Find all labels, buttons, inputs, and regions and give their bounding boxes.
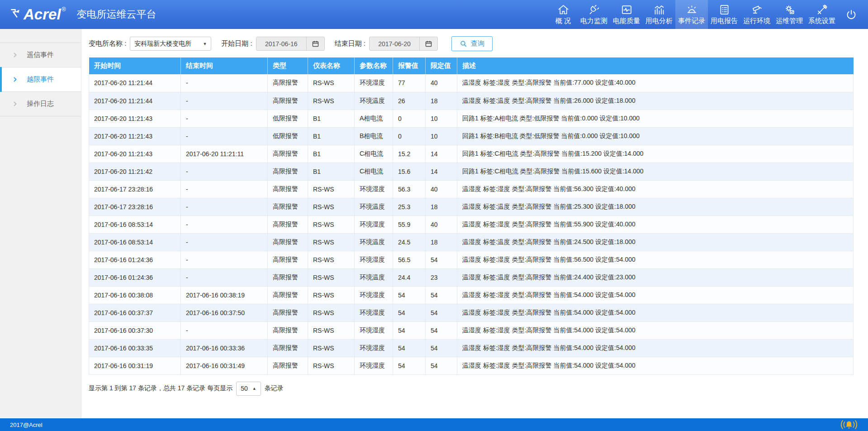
table-cell: 14 [426, 163, 457, 180]
table-cell: 环境湿度 [355, 357, 393, 374]
nav-item-label: 事件记录 [678, 17, 705, 25]
events-table-header: 开始时间结束时间类型仪表名称参数名称报警值限定值描述 [89, 57, 854, 74]
chevron-down-icon: ▼ [203, 42, 207, 46]
query-button[interactable]: 查询 [451, 36, 493, 51]
events-table-wrap: 开始时间结束时间类型仪表名称参数名称报警值限定值描述 2017-06-20 11… [89, 57, 861, 375]
table-cell: 2017-06-16 08:53:14 [89, 216, 181, 233]
column-header: 描述 [457, 57, 854, 74]
table-cell: 环境温度 [355, 233, 393, 251]
sidebar-item-label: 遥信事件 [27, 51, 54, 59]
table-cell: C相电流 [355, 145, 393, 163]
start-date-input[interactable]: 2017-06-16 [256, 37, 306, 50]
table-cell: RS-WS [308, 304, 355, 321]
table-row: 2017-06-16 08:53:14-高限报警RS-WS环境温度24.518温… [89, 233, 854, 251]
table-cell: 2017-06-20 11:21:43 [89, 110, 181, 127]
events-table-body: 2017-06-20 11:21:44-高限报警RS-WS环境湿度7740温湿度… [89, 74, 854, 374]
table-cell: 40 [426, 74, 457, 92]
table-cell: RS-WS [308, 357, 355, 374]
table-cell: 2017-06-17 23:28:16 [89, 180, 181, 198]
nav-item-power-quality[interactable]: 电能质量 [610, 0, 643, 29]
table-row: 2017-06-16 08:53:14-高限报警RS-WS环境湿度55.940温… [89, 216, 854, 233]
table-cell: A相电流 [355, 110, 393, 127]
table-row: 2017-06-17 23:28:16-高限报警RS-WS环境温度25.318温… [89, 198, 854, 216]
column-header: 限定值 [426, 57, 457, 74]
table-cell: 环境湿度 [355, 251, 393, 268]
end-date-label: 结束日期 : [335, 39, 365, 48]
table-cell: RS-WS [308, 321, 355, 339]
end-date-group: 2017-06-20 [369, 37, 438, 51]
table-cell: B相电流 [355, 127, 393, 145]
table-cell: 低限报警 [268, 127, 308, 145]
table-cell: 温湿度 标签:湿度 类型:高限报警 当前值:54.000 设定值:54.000 [457, 286, 854, 304]
table-cell: 2017-06-16 00:31:49 [181, 357, 268, 374]
nav-item-maintenance[interactable]: 运维管理 [773, 0, 806, 29]
end-date-input[interactable]: 2017-06-20 [370, 37, 419, 50]
table-cell: 环境湿度 [355, 180, 393, 198]
page-size-value: 50 [241, 385, 248, 392]
table-cell: - [181, 233, 268, 251]
nav-item-event-records[interactable]: 事件记录 [675, 0, 708, 29]
nav-item-usage-report[interactable]: 用电报告 [708, 0, 740, 29]
nav-item-usage-analysis[interactable]: 用电分析 [643, 0, 675, 29]
table-cell: 54 [393, 357, 426, 374]
sidebar: 遥信事件越限事件操作日志 [0, 29, 81, 418]
start-date-calendar-button[interactable] [306, 37, 324, 50]
nav-item-environment[interactable]: 运行环境 [740, 0, 773, 29]
nav-item-power-monitor[interactable]: 电力监测 [578, 0, 610, 29]
nav-item-system-settings[interactable]: 系统设置 [806, 0, 838, 29]
gear-icon [783, 4, 796, 16]
brand: Acrel ® [8, 5, 66, 24]
sidebar-item-operation-logs[interactable]: 操作日志 [0, 92, 81, 116]
table-cell: 18 [426, 198, 457, 216]
table-cell: 环境温度 [355, 268, 393, 286]
table-cell: 54 [393, 339, 426, 357]
nav-item-overview[interactable]: 概 况 [549, 0, 578, 29]
table-cell: 54 [393, 286, 426, 304]
plug-icon [588, 4, 600, 16]
table-cell: 2017-06-16 01:24:36 [89, 251, 181, 268]
table-cell: 高限报警 [268, 268, 308, 286]
sidebar-item-remote-signal-events[interactable]: 遥信事件 [0, 43, 81, 67]
table-cell: 温湿度 标签:温度 类型:高限报警 当前值:24.500 设定值:18.000 [457, 233, 854, 251]
table-cell: RS-WS [308, 286, 355, 304]
events-table: 开始时间结束时间类型仪表名称参数名称报警值限定值描述 2017-06-20 11… [89, 57, 854, 375]
sidebar-item-label: 越限事件 [27, 75, 54, 84]
station-select[interactable]: 安科瑞新大楼变电所 ▼ [130, 37, 211, 51]
pagination-bar: 显示第 1 到第 17 条记录，总共 17 条记录 每页显示 50 ▲ 条记录 [89, 382, 861, 396]
alarm-bell-button[interactable] [839, 419, 859, 431]
table-cell: 2017-06-20 11:21:42 [89, 163, 181, 180]
table-cell: 环境湿度 [355, 304, 393, 321]
alarm-icon [686, 4, 698, 16]
table-cell: 2017-06-16 08:53:14 [89, 233, 181, 251]
logout-button[interactable] [838, 8, 864, 21]
table-cell: 10 [426, 110, 457, 127]
column-header: 报警值 [393, 57, 426, 74]
sidebar-item-limit-events[interactable]: 越限事件 [0, 67, 81, 92]
table-cell: 54 [426, 321, 457, 339]
table-cell: 环境湿度 [355, 339, 393, 357]
table-cell: 高限报警 [268, 198, 308, 216]
table-cell: 0 [393, 110, 426, 127]
table-cell: - [181, 163, 268, 180]
page-size-select[interactable]: 50 ▲ [236, 382, 261, 396]
table-cell: 高限报警 [268, 304, 308, 321]
table-cell: RS-WS [308, 74, 355, 92]
table-row: 2017-06-16 01:24:36-高限报警RS-WS环境湿度56.554温… [89, 251, 854, 268]
table-row: 2017-06-17 23:28:16-高限报警RS-WS环境湿度56.340温… [89, 180, 854, 198]
table-row: 2017-06-16 00:33:352017-06-16 00:33:36高限… [89, 339, 854, 357]
pagination-suffix: 条记录 [265, 384, 284, 393]
table-cell: B1 [308, 127, 355, 145]
table-cell: - [181, 110, 268, 127]
column-header: 参数名称 [355, 57, 393, 74]
table-cell: 14 [426, 145, 457, 163]
start-date-group: 2017-06-16 [256, 37, 325, 51]
table-cell: 高限报警 [268, 145, 308, 163]
table-cell: 高限报警 [268, 357, 308, 374]
column-header: 开始时间 [89, 57, 181, 74]
end-date-calendar-button[interactable] [419, 37, 437, 50]
search-icon [460, 40, 468, 48]
table-cell: 2017-06-16 01:24:36 [89, 268, 181, 286]
station-select-value: 安科瑞新大楼变电所 [134, 40, 191, 48]
camera-icon [751, 4, 763, 16]
table-cell: 2017-06-20 11:21:44 [89, 74, 181, 92]
